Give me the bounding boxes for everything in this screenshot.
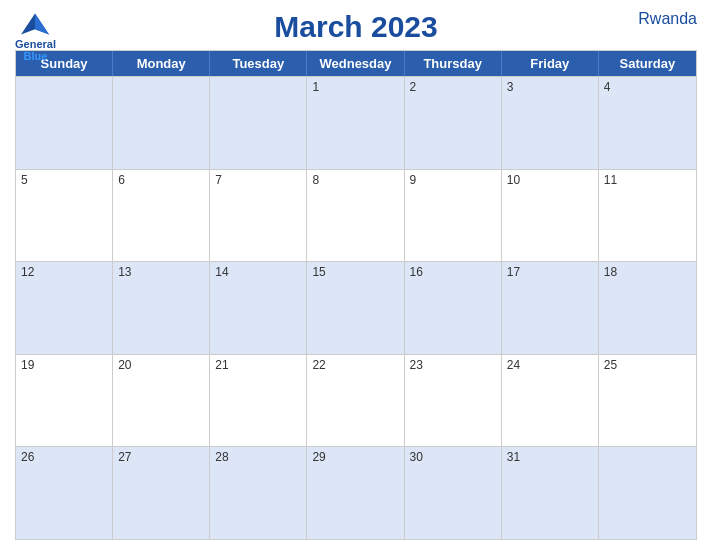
day-number: 30 — [410, 450, 423, 464]
day-number: 26 — [21, 450, 34, 464]
day-cell: 27 — [113, 447, 210, 539]
day-cell: 3 — [502, 77, 599, 169]
day-cell: 4 — [599, 77, 696, 169]
day-cell: 30 — [405, 447, 502, 539]
day-cell: 13 — [113, 262, 210, 354]
day-number: 10 — [507, 173, 520, 187]
day-cell: 23 — [405, 355, 502, 447]
day-number: 8 — [312, 173, 319, 187]
day-number: 25 — [604, 358, 617, 372]
logo: General Blue — [15, 10, 56, 62]
day-number: 11 — [604, 173, 617, 187]
day-number: 21 — [215, 358, 228, 372]
page: General Blue March 2023 Rwanda SundayMon… — [0, 0, 712, 550]
day-cell: 21 — [210, 355, 307, 447]
day-number: 23 — [410, 358, 423, 372]
logo-text-blue: Blue — [24, 50, 48, 62]
week-row-2: 567891011 — [16, 169, 696, 262]
week-row-5: 262728293031 — [16, 446, 696, 539]
day-number: 22 — [312, 358, 325, 372]
day-cell: 14 — [210, 262, 307, 354]
day-cell — [210, 77, 307, 169]
day-number: 15 — [312, 265, 325, 279]
calendar: SundayMondayTuesdayWednesdayThursdayFrid… — [15, 50, 697, 540]
day-header-saturday: Saturday — [599, 51, 696, 76]
week-row-1: 1234 — [16, 76, 696, 169]
logo-icon — [17, 10, 53, 38]
day-number: 14 — [215, 265, 228, 279]
day-number: 5 — [21, 173, 28, 187]
day-header-friday: Friday — [502, 51, 599, 76]
day-number: 12 — [21, 265, 34, 279]
day-cell — [16, 77, 113, 169]
day-cell: 22 — [307, 355, 404, 447]
day-cell: 5 — [16, 170, 113, 262]
day-cell: 8 — [307, 170, 404, 262]
day-number: 7 — [215, 173, 222, 187]
day-cell — [113, 77, 210, 169]
day-cell: 25 — [599, 355, 696, 447]
day-number: 20 — [118, 358, 131, 372]
week-row-3: 12131415161718 — [16, 261, 696, 354]
day-header-thursday: Thursday — [405, 51, 502, 76]
week-row-4: 19202122232425 — [16, 354, 696, 447]
calendar-title: March 2023 — [274, 10, 437, 44]
day-number: 9 — [410, 173, 417, 187]
calendar-header: General Blue March 2023 Rwanda — [15, 10, 697, 44]
day-cell: 7 — [210, 170, 307, 262]
day-cell: 16 — [405, 262, 502, 354]
day-header-monday: Monday — [113, 51, 210, 76]
day-number: 31 — [507, 450, 520, 464]
day-number: 4 — [604, 80, 611, 94]
day-cell: 19 — [16, 355, 113, 447]
day-cell: 26 — [16, 447, 113, 539]
logo-text-general: General — [15, 38, 56, 50]
day-cell — [599, 447, 696, 539]
calendar-body: 1234567891011121314151617181920212223242… — [16, 76, 696, 539]
day-cell: 24 — [502, 355, 599, 447]
day-cell: 12 — [16, 262, 113, 354]
day-number: 18 — [604, 265, 617, 279]
day-cell: 15 — [307, 262, 404, 354]
day-cell: 20 — [113, 355, 210, 447]
day-cell: 1 — [307, 77, 404, 169]
day-cell: 17 — [502, 262, 599, 354]
day-cell: 2 — [405, 77, 502, 169]
svg-marker-1 — [35, 14, 49, 35]
day-number: 17 — [507, 265, 520, 279]
day-header-wednesday: Wednesday — [307, 51, 404, 76]
day-cell: 10 — [502, 170, 599, 262]
day-number: 29 — [312, 450, 325, 464]
day-cell: 11 — [599, 170, 696, 262]
day-number: 13 — [118, 265, 131, 279]
day-cell: 18 — [599, 262, 696, 354]
day-number: 24 — [507, 358, 520, 372]
day-number: 19 — [21, 358, 34, 372]
day-cell: 31 — [502, 447, 599, 539]
day-number: 28 — [215, 450, 228, 464]
day-cell: 28 — [210, 447, 307, 539]
day-cell: 6 — [113, 170, 210, 262]
country-label: Rwanda — [638, 10, 697, 28]
day-number: 1 — [312, 80, 319, 94]
day-number: 3 — [507, 80, 514, 94]
day-number: 6 — [118, 173, 125, 187]
day-header-tuesday: Tuesday — [210, 51, 307, 76]
day-number: 2 — [410, 80, 417, 94]
day-number: 27 — [118, 450, 131, 464]
day-cell: 29 — [307, 447, 404, 539]
day-cell: 9 — [405, 170, 502, 262]
day-number: 16 — [410, 265, 423, 279]
day-headers-row: SundayMondayTuesdayWednesdayThursdayFrid… — [16, 51, 696, 76]
